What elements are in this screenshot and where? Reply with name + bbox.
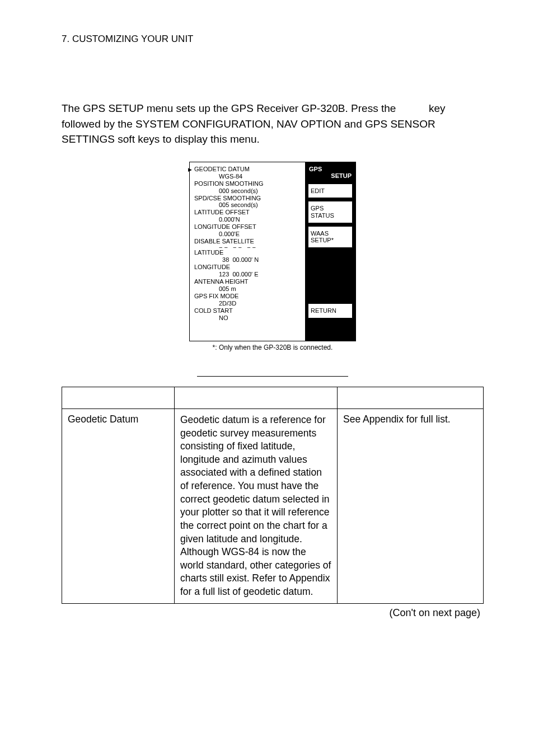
menu-value-position-smoothing: 000 second(s) (194, 187, 302, 195)
menu-item-cold-start: COLD START (194, 307, 302, 314)
table-row: Geodetic Datum Geodetic datum is a refer… (62, 408, 484, 603)
menu-value-geodetic-datum: WGS-84 (194, 173, 302, 180)
softkey-return[interactable]: RETURN (308, 303, 353, 318)
section-underline (197, 376, 348, 377)
intro-paragraph: The GPS SETUP menu sets up the GPS Recei… (62, 101, 484, 147)
menu-item-geodetic-datum: GEODETIC DATUM (194, 166, 302, 173)
softkey-waas-line2: SETUP* (311, 237, 350, 244)
table-header-3 (338, 387, 484, 408)
continuation-note: (Con't on next page) (62, 607, 484, 619)
softkey-waas-line1: WAAS (311, 230, 350, 237)
softkey-edit[interactable]: EDIT (308, 184, 353, 199)
table-cell-item: Geodetic Datum (62, 408, 175, 603)
menu-item-position-smoothing: POSITION SMOOTHING (194, 180, 302, 187)
menu-item-gps-fix-mode: GPS FIX MODE (194, 293, 302, 300)
gps-setup-screenshot: GEODETIC DATUM WGS-84 POSITION SMOOTHING… (189, 162, 356, 341)
softkey-gps-status[interactable]: GPS STATUS (308, 201, 353, 223)
intro-text-1: The GPS SETUP menu sets up the GPS Recei… (62, 102, 399, 114)
title-line-1: GPS (309, 166, 352, 172)
softkey-gps-status-line1: GPS (311, 205, 350, 212)
table-cell-options: See Appendix for full list. (338, 408, 484, 603)
menu-value-gps-fix-mode: 2D/3D (194, 300, 302, 307)
table-header-1 (62, 387, 175, 408)
table-cell-description: Geodetic datum is a reference for geodet… (175, 408, 338, 603)
softkey-waas-setup[interactable]: WAAS SETUP* (308, 226, 353, 248)
menu-value-longitude: 123 00.000' E (194, 271, 302, 278)
menu-item-longitude-offset: LONGITUDE OFFSET (194, 223, 302, 231)
menu-item-longitude: LONGITUDE (194, 264, 302, 271)
menu-item-latitude-offset: LATITUDE OFFSET (194, 209, 302, 216)
title-line-2: SETUP (309, 172, 352, 179)
screenshot-menu-list: GEODETIC DATUM WGS-84 POSITION SMOOTHING… (190, 162, 305, 341)
menu-value-disable-satellite: − − − − − − (194, 244, 256, 251)
softkey-edit-label: EDIT (311, 187, 350, 195)
menu-value-spd-cse-smoothing: 005 second(s) (194, 201, 302, 209)
options-table: Geodetic Datum Geodetic datum is a refer… (62, 387, 484, 604)
menu-item-antenna-height: ANTENNA HEIGHT (194, 278, 302, 285)
screenshot-title-bar: GPS SETUP (308, 165, 353, 181)
menu-value-latitude: 38 00.000' N (194, 256, 302, 264)
screenshot-softkey-column: GPS SETUP EDIT GPS STATUS WAAS SETUP* RE… (305, 162, 355, 341)
table-header-2 (175, 387, 338, 408)
menu-item-spd-cse-smoothing: SPD/CSE SMOOTHING (194, 195, 302, 202)
menu-value-latitude-offset: 0.000'N (194, 216, 302, 223)
menu-value-longitude-offset: 0.000'E (194, 231, 302, 238)
screenshot-caption: *: Only when the GP-320B is connected. (62, 344, 484, 351)
softkey-return-label: RETURN (311, 307, 350, 314)
menu-value-antenna-height: 005 m (194, 285, 302, 293)
table-header-row (62, 387, 484, 408)
softkey-gps-status-line2: STATUS (311, 212, 350, 219)
menu-value-cold-start: NO (194, 314, 302, 322)
page-header: 7. CUSTOMIZING YOUR UNIT (62, 34, 484, 45)
